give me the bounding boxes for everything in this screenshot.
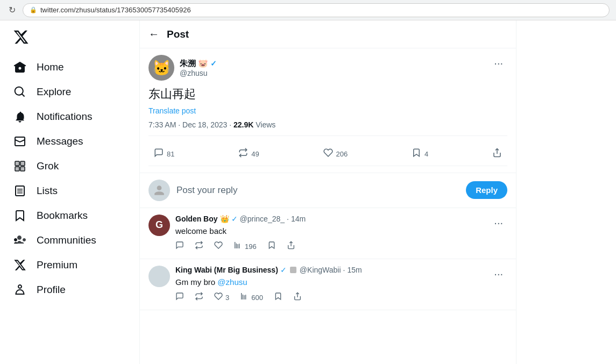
comment-reply-action[interactable] xyxy=(175,292,184,303)
tweet-action-bar: 81 49 xyxy=(148,142,507,166)
person-icon xyxy=(13,283,27,296)
comment-avatar[interactable] xyxy=(148,266,170,287)
sidebar-item-label-messages: Messages xyxy=(37,135,83,147)
refresh-button[interactable]: ↻ xyxy=(6,5,17,16)
reply-submit-button[interactable]: Reply xyxy=(466,181,507,199)
comment-views-action[interactable]: 196 xyxy=(233,241,257,252)
tweet-reply-action[interactable]: 81 xyxy=(148,145,180,163)
browser-bar: ↻ 🔒 twitter.com/zhusu/status/17365300577… xyxy=(0,0,616,20)
app-container: Home Explore Notifications xyxy=(0,20,616,364)
comment-retweet-action[interactable] xyxy=(195,292,203,303)
sidebar-item-label-notifications: Notifications xyxy=(37,111,93,123)
comment-user-left: G Golden Boy 👑 ✓ @prince_28_ · 14m welco… xyxy=(148,215,306,252)
translate-link[interactable]: Translate post xyxy=(148,106,196,115)
main-content: ← Post 🐱 朱溯 🐷 ✓ @zhusu ··· xyxy=(140,20,516,364)
comment-reply-action[interactable] xyxy=(175,241,184,252)
tweet-like-action[interactable]: 206 xyxy=(318,145,353,163)
comment-like-action[interactable] xyxy=(214,241,223,252)
comment-heart-icon xyxy=(214,241,223,252)
comment-bookmark-action[interactable] xyxy=(267,241,276,252)
bell-icon xyxy=(13,110,27,123)
home-icon xyxy=(13,61,27,74)
sidebar-item-communities[interactable]: Communities xyxy=(6,229,133,252)
grok-icon xyxy=(13,160,27,173)
comment-retweet-icon xyxy=(195,292,203,303)
reply-input-placeholder[interactable]: Post your reply xyxy=(176,185,459,196)
sidebar-item-label-home: Home xyxy=(37,61,64,73)
comment-user-row: King Wabi (Mr Big Business) ✓ @KingWabii… xyxy=(148,266,507,303)
lock-icon: 🔒 xyxy=(30,6,37,13)
share-icon xyxy=(492,148,502,160)
tweet-bookmark-action[interactable]: 4 xyxy=(406,145,434,163)
sidebar-item-notifications[interactable]: Notifications xyxy=(6,105,133,129)
comment-views-count: 600 xyxy=(251,294,263,302)
tweet-text: 东山再起 xyxy=(148,86,507,103)
comment-share-action[interactable] xyxy=(293,292,302,303)
tweet-retweet-action[interactable]: 49 xyxy=(233,145,264,163)
back-button[interactable]: ← xyxy=(148,28,159,40)
sidebar-item-premium[interactable]: Premium xyxy=(6,253,133,277)
sidebar-item-label-communities: Communities xyxy=(37,234,96,246)
bookmark-icon xyxy=(13,209,27,222)
sidebar-item-bookmarks[interactable]: Bookmarks xyxy=(6,204,133,227)
sidebar-logo[interactable] xyxy=(6,25,133,52)
tweet-user-row: 🐱 朱溯 🐷 ✓ @zhusu ··· xyxy=(148,55,507,81)
comment-actions: 3 600 xyxy=(175,292,362,303)
comment-more-button[interactable]: ··· xyxy=(490,266,507,282)
tweet-author-handle: @zhusu xyxy=(180,69,217,77)
tweet-author-avatar[interactable]: 🐱 xyxy=(148,55,174,81)
comment-body: King Wabi (Mr Big Business) ✓ @KingWabii… xyxy=(175,266,362,303)
tweet-share-action[interactable] xyxy=(487,145,507,163)
comment-handle: @KingWabii xyxy=(300,266,341,274)
pig-emoji: 🐷 xyxy=(198,59,208,68)
sidebar-item-home[interactable]: Home xyxy=(6,55,133,79)
sidebar-item-label-bookmarks: Bookmarks xyxy=(37,210,88,222)
comment-user-left: King Wabi (Mr Big Business) ✓ @KingWabii… xyxy=(148,266,362,303)
url-text: twitter.com/zhusu/status/173653005773540… xyxy=(40,6,191,14)
comment-more-button[interactable]: ··· xyxy=(490,215,507,231)
comment-share-action[interactable] xyxy=(287,241,295,252)
comment-time-value: 15m xyxy=(347,266,362,274)
comment-avatar[interactable]: G xyxy=(148,215,170,236)
comment-views-action[interactable]: 600 xyxy=(240,292,263,303)
communities-icon xyxy=(13,234,27,247)
comment-name-row: Golden Boy 👑 ✓ @prince_28_ · 14m xyxy=(175,215,306,223)
sidebar-item-label-explore: Explore xyxy=(37,86,71,98)
tweet-like-count: 206 xyxy=(336,150,348,158)
comment-like-action[interactable]: 3 xyxy=(214,292,229,303)
comment-views-icon xyxy=(240,292,249,303)
tweet-time: 7:33 AM · Dec 18, 2023 · xyxy=(148,120,233,129)
sidebar-item-lists[interactable]: Lists xyxy=(6,179,133,203)
comment-time-value: 14m xyxy=(291,215,306,223)
comment-reply-icon xyxy=(175,292,184,303)
sidebar-item-label-lists: Lists xyxy=(37,185,58,197)
comment-text: Gm my bro @zhusu xyxy=(175,276,362,288)
sidebar-item-grok[interactable]: Grok xyxy=(6,154,133,178)
comment-time: · xyxy=(343,266,345,274)
comment-crown-emoji: 👑 xyxy=(220,215,229,223)
comment-mention[interactable]: @zhusu xyxy=(217,277,247,287)
verified-badge: ✓ xyxy=(210,59,217,68)
comment-bookmark-action[interactable] xyxy=(274,292,282,303)
sidebar-item-profile[interactable]: Profile xyxy=(6,278,133,302)
comment-views-count: 196 xyxy=(245,242,257,251)
sidebar-item-explore[interactable]: Explore xyxy=(6,80,133,104)
url-bar[interactable]: 🔒 twitter.com/zhusu/status/1736530057735… xyxy=(23,3,610,17)
comment-actions: 196 xyxy=(175,241,306,252)
comment-text: welcome back xyxy=(175,225,306,237)
comment-user-row: G Golden Boy 👑 ✓ @prince_28_ · 14m welco… xyxy=(148,215,507,252)
comment-flag-icon xyxy=(290,267,296,273)
comment-time: · xyxy=(287,215,289,223)
tweet-views-label: Views xyxy=(253,120,275,129)
comment-retweet-action[interactable] xyxy=(195,241,203,252)
comment-author-name: King Wabi (Mr Big Business) xyxy=(175,266,278,274)
comment-verified-badge: ✓ xyxy=(231,215,238,223)
sidebar-item-messages[interactable]: Messages xyxy=(6,130,133,153)
x-logo-icon xyxy=(13,29,29,45)
reply-user-avatar xyxy=(148,180,170,201)
post-page-header: ← Post xyxy=(140,20,516,48)
tweet-author-block: 朱溯 🐷 ✓ @zhusu xyxy=(180,59,217,77)
comment-heart-icon xyxy=(214,292,223,303)
reply-box: Post your reply Reply xyxy=(140,173,516,208)
tweet-more-button[interactable]: ··· xyxy=(490,55,507,72)
